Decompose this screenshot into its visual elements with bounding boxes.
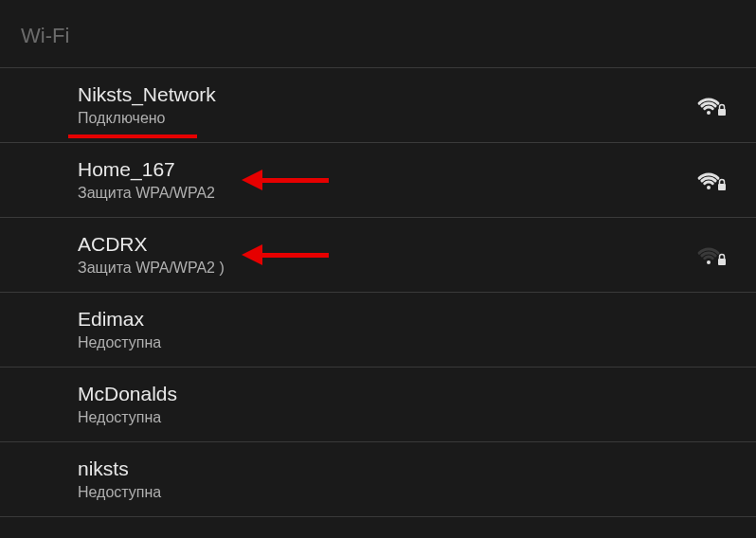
network-text: McDonaldsНедоступна xyxy=(78,383,177,426)
wifi-network-item[interactable]: McDonaldsНедоступна xyxy=(0,368,756,442)
network-status: Защита WPA/WPA2 ) xyxy=(78,260,225,277)
annotation-underline xyxy=(68,134,197,138)
network-name: McDonalds xyxy=(78,383,177,405)
network-text: ACDRXЗащита WPA/WPA2 ) xyxy=(78,233,225,277)
wifi-network-item[interactable]: Niksts_NetworkПодключено xyxy=(0,68,756,143)
network-text: Niksts_NetworkПодключено xyxy=(78,83,216,127)
network-name: ACDRX xyxy=(78,233,225,256)
svg-rect-2 xyxy=(718,259,726,265)
network-name: Niksts_Network xyxy=(78,83,216,106)
annotation-arrow xyxy=(242,244,329,265)
wifi-network-item[interactable]: nikstsНедоступна xyxy=(0,442,756,517)
network-status: Недоступна xyxy=(78,484,161,501)
wifi-signal-icon xyxy=(693,92,728,118)
wifi-network-item[interactable]: Home_167Защита WPA/WPA2 xyxy=(0,143,756,218)
wifi-network-list: Niksts_NetworkПодключеноHome_167Защита W… xyxy=(0,67,756,517)
annotation-arrow xyxy=(242,170,329,190)
wifi-network-item[interactable]: ACDRXЗащита WPA/WPA2 ) xyxy=(0,218,756,293)
svg-rect-1 xyxy=(718,184,726,190)
svg-rect-0 xyxy=(718,109,726,116)
network-text: EdimaxНедоступна xyxy=(78,308,161,351)
network-text: nikstsНедоступна xyxy=(78,457,161,501)
page-title: Wi-Fi xyxy=(0,0,756,67)
network-status: Недоступна xyxy=(78,409,177,426)
network-status: Подключено xyxy=(78,110,216,127)
wifi-network-item[interactable]: EdimaxНедоступна xyxy=(0,293,756,368)
network-text: Home_167Защита WPA/WPA2 xyxy=(78,158,215,202)
network-status: Защита WPA/WPA2 xyxy=(78,185,215,202)
network-name: Edimax xyxy=(78,308,161,331)
wifi-signal-icon xyxy=(693,242,728,268)
network-name: niksts xyxy=(78,457,161,480)
wifi-signal-icon xyxy=(693,167,728,193)
network-status: Недоступна xyxy=(78,334,161,351)
network-name: Home_167 xyxy=(78,158,215,181)
